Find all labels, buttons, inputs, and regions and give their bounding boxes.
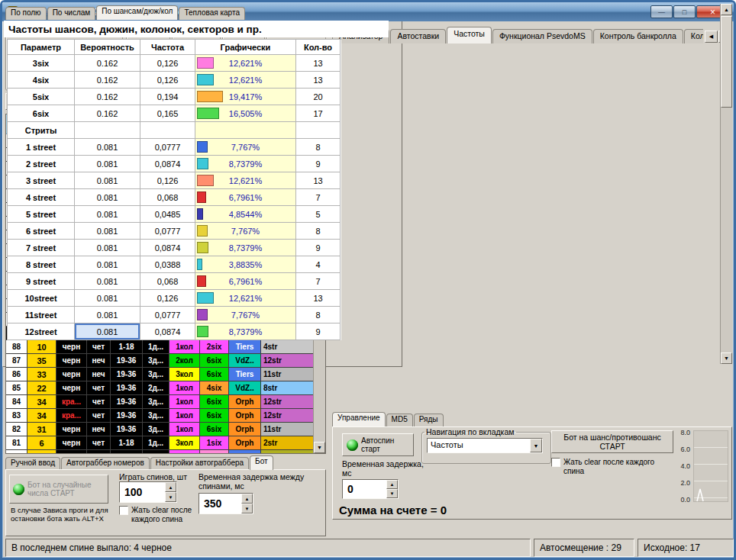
history-row[interactable]: 8434кра...чет19-363д...1кол6sixOrph12str (6, 395, 313, 409)
tab-По шансам/дюж/кол[interactable]: По шансам/дюж/кол (96, 5, 178, 20)
tab-MD5[interactable]: MD5 (386, 414, 413, 426)
tab-Автограббер номеров[interactable]: Автограббер номеров (61, 457, 150, 470)
freq-row[interactable]: 10street0.0810,12612,621%13 (8, 290, 341, 307)
freq-bar (197, 91, 223, 102)
history-cell: 88 (6, 340, 27, 354)
history-cell: черн (56, 368, 87, 381)
freq-probability[interactable]: 0.081 (75, 223, 140, 240)
spin-delay-value[interactable]: 350 (199, 494, 241, 513)
autospin-start-button[interactable]: Автоспин старт (342, 433, 414, 456)
history-row[interactable]: 8334кра...чет19-363д...1кол6sixOrph12str (6, 409, 313, 423)
history-row[interactable]: 8633черннеч19-363д...3кол6sixTiers11str (6, 368, 313, 381)
tab-Частоты[interactable]: Частоты (447, 27, 492, 43)
freq-probability[interactable]: 0.081 (75, 307, 140, 323)
maximize-button[interactable]: □ (673, 5, 696, 18)
freq-probability-selected[interactable]: 0.081 (75, 323, 140, 340)
history-row[interactable]: 8016кра...чет1-182д...1кол3sixTiers6str (6, 450, 313, 453)
freq-row[interactable]: 4six0.1620,12612,621%13 (8, 72, 341, 89)
spins-count-value[interactable]: 100 (120, 482, 165, 502)
stepper-up-icon[interactable]: ▲ (241, 494, 253, 504)
tab-Ручной ввод[interactable]: Ручной ввод (5, 457, 60, 470)
freq-section-row[interactable]: Стриты (8, 122, 341, 139)
tab-По числам[interactable]: По числам (47, 7, 96, 20)
history-cell: 1-18 (111, 436, 143, 450)
freq-row[interactable]: 6 street0.0810,07777,767%8 (8, 223, 341, 240)
freq-row[interactable]: 1 street0.0810,07777,767%8 (8, 139, 341, 156)
freq-row[interactable]: 12street0.0810,08748,7379%9 (8, 323, 341, 340)
stepper-down-icon[interactable]: ▼ (241, 504, 253, 513)
history-cell: 3д... (143, 409, 169, 423)
control-delay-stepper[interactable]: 0 ▲ ▼ (342, 479, 399, 499)
random-numbers-bot-start-button[interactable]: Бот на случайные числа СТАРТ (9, 475, 108, 504)
history-cell: 1six (200, 436, 229, 450)
freq-row[interactable]: 5 street0.0810,04854,8544%5 (8, 206, 341, 223)
minimize-button[interactable]: — (650, 5, 673, 18)
freq-percent-label: 8,7379% (229, 159, 262, 169)
freq-probability[interactable]: 0.162 (75, 89, 140, 105)
freq-probability[interactable]: 0.081 (75, 256, 140, 273)
freq-probability[interactable]: 0.081 (75, 290, 140, 307)
freq-probability[interactable]: 0.081 (75, 139, 140, 156)
freq-row[interactable]: 11street0.0810,07777,767%8 (8, 307, 341, 323)
freq-probability[interactable]: 0.162 (75, 55, 140, 72)
frequencies-scrollbar-thumb[interactable] (721, 16, 732, 108)
frequencies-scrollbar[interactable]: ▲ ▼ (720, 4, 732, 364)
freq-probability[interactable]: 0.162 (75, 72, 140, 89)
tab-Тепловая карта[interactable]: Тепловая карта (179, 7, 245, 20)
history-row[interactable]: 8231черннеч19-363д...1кол6sixOrph11str (6, 423, 313, 436)
freq-row[interactable]: 9 street0.0810,0686,7961%7 (8, 273, 341, 290)
freq-probability[interactable]: 0.081 (75, 172, 140, 189)
history-row[interactable]: 816чернчет1-181д...3кол1sixOrph2str (6, 436, 313, 450)
checkbox-icon[interactable] (551, 458, 560, 467)
freq-row[interactable]: 7 street0.0810,08748,7379%9 (8, 240, 341, 256)
tab-По полю[interactable]: По полю (5, 7, 47, 20)
freq-probability[interactable]: 0.162 (75, 105, 140, 122)
tab-Настройки автограббера[interactable]: Настройки автограббера (150, 457, 249, 470)
control-clear-after-spin-checkbox[interactable]: Жать clear после каждого спина (551, 458, 658, 475)
tab-Контроль банкролла[interactable]: Контроль банкролла (593, 29, 683, 43)
spins-count-stepper[interactable]: 100 ▲ ▼ (119, 481, 177, 503)
history-row[interactable]: 8810чернчет1-181д...1кол2sixTiers4str (6, 340, 313, 354)
tab-Функционал PsevdoMS[interactable]: Функционал PsevdoMS (492, 29, 592, 43)
tab-Управление[interactable]: Управление (332, 412, 386, 426)
freq-row[interactable]: 3 street0.0810,12612,621%13 (8, 172, 341, 189)
tab-scroll-left-icon[interactable]: ◀ (705, 31, 718, 43)
scroll-down-icon[interactable]: ▼ (314, 442, 325, 453)
freq-probability[interactable]: 0.081 (75, 273, 140, 290)
freq-row[interactable]: 3six0.1620,12612,621%13 (8, 55, 341, 72)
stepper-up-icon[interactable]: ▲ (386, 480, 398, 489)
history-row[interactable]: 8522чернчет19-362д...1кол4sixVdZ..8str (6, 381, 313, 395)
chevron-down-icon[interactable]: ▼ (530, 439, 542, 452)
history-row[interactable]: 8735черннеч19-363д...2кол6sixVdZ..12str (6, 354, 313, 368)
freq-probability[interactable]: 0.081 (75, 156, 140, 172)
freq-row[interactable]: 2 street0.0810,08748,7379%9 (8, 156, 341, 172)
mini-chart-axis: 8.06.04.02.00.0 (673, 429, 692, 505)
freq-row[interactable]: 6six0.1620,16516,505%17 (8, 105, 341, 122)
freq-probability[interactable]: 0.081 (75, 240, 140, 256)
freq-row[interactable]: 4 street0.0810,0686,7961%7 (8, 189, 341, 206)
freq-probability[interactable]: 0.081 (75, 189, 140, 206)
stepper-down-icon[interactable]: ▼ (165, 492, 176, 502)
history-cell: Orph (229, 423, 261, 436)
control-delay-value[interactable]: 0 (343, 480, 386, 498)
stepper-down-icon[interactable]: ▼ (386, 489, 398, 498)
chance-bot-start-button[interactable]: Бот на шанс/противошанс СТАРТ (551, 430, 673, 453)
checkbox-icon[interactable] (119, 506, 128, 515)
freq-probability[interactable]: 0.081 (75, 206, 140, 223)
spin-delay-stepper[interactable]: 350 ▲ ▼ (199, 493, 253, 514)
freq-param: 6 street (8, 223, 75, 240)
history-cell: неч (87, 354, 111, 368)
scroll-up-icon[interactable]: ▲ (721, 4, 732, 15)
tab-Ряды[interactable]: Ряды (414, 414, 444, 426)
tab-navigation-combobox[interactable]: Частоты ▼ (427, 438, 543, 453)
freq-row[interactable]: 8 street0.0810,03883,8835%4 (8, 256, 341, 273)
tab-Бот[interactable]: Бот (250, 455, 273, 470)
scroll-down-icon[interactable]: ▼ (721, 352, 732, 364)
tab-navigation-label: Навигация по вкладкам (424, 427, 516, 436)
tab-Колесо[interactable]: Колесо (684, 29, 703, 43)
stepper-up-icon[interactable]: ▲ (165, 482, 176, 492)
tab-Автоставки[interactable]: Автоставки (390, 29, 446, 43)
freq-param: 3 street (8, 172, 75, 189)
control-delay-label: Временная задержка, мс (342, 459, 428, 478)
freq-row[interactable]: 5six0.1620,19419,417%20 (8, 89, 341, 105)
